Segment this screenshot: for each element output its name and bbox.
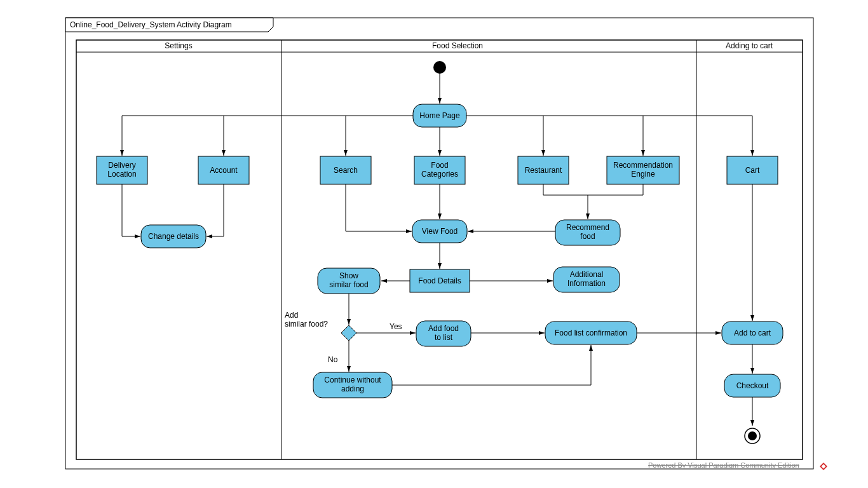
node-add-food-to-list: Add food to list xyxy=(416,321,471,346)
lane-adding-to-cart-header: Adding to cart xyxy=(726,41,773,50)
decision-label-line1: Add xyxy=(285,311,298,320)
svg-text:adding: adding xyxy=(341,384,364,393)
svg-text:Food list confirmation: Food list confirmation xyxy=(555,329,627,337)
label-yes: Yes xyxy=(390,322,402,331)
label-no: No xyxy=(328,355,338,364)
svg-text:Change details: Change details xyxy=(148,232,199,241)
decision-add-similar-food xyxy=(341,325,356,341)
node-recommend-food: Recommend food xyxy=(555,220,620,245)
node-change-details: Change details xyxy=(141,225,206,248)
svg-text:Add food: Add food xyxy=(428,324,459,333)
node-food-list-confirmation: Food list confirmation xyxy=(545,322,637,344)
initial-node xyxy=(433,61,446,74)
svg-text:Recommendation: Recommendation xyxy=(613,161,673,170)
node-food-details: Food Details xyxy=(410,269,470,292)
svg-text:Engine: Engine xyxy=(631,170,655,179)
diagram-title: Online_Food_Delivery_System Activity Dia… xyxy=(70,20,232,29)
svg-point-87 xyxy=(748,431,757,440)
svg-text:Checkout: Checkout xyxy=(736,381,769,390)
node-delivery-location: Delivery Location xyxy=(97,156,147,184)
node-search: Search xyxy=(320,156,371,184)
watermark-logo-icon xyxy=(820,463,827,470)
node-food-categories: Food Categories xyxy=(414,156,465,184)
svg-text:View Food: View Food xyxy=(422,227,458,236)
svg-text:Categories: Categories xyxy=(421,170,458,179)
svg-text:to list: to list xyxy=(435,333,453,342)
svg-text:food: food xyxy=(580,232,595,241)
activity-diagram: Online_Food_Delivery_System Activity Dia… xyxy=(0,0,868,488)
svg-text:Food: Food xyxy=(431,161,448,170)
svg-marker-64 xyxy=(341,325,356,341)
svg-text:Food Details: Food Details xyxy=(418,276,461,285)
diagram-title-tab: Online_Food_Delivery_System Activity Dia… xyxy=(65,18,273,32)
svg-text:Continue without: Continue without xyxy=(324,376,381,384)
svg-text:Delivery: Delivery xyxy=(108,161,135,170)
lane-settings-header: Settings xyxy=(165,41,192,50)
final-node xyxy=(745,428,760,444)
svg-text:Information: Information xyxy=(567,279,606,288)
node-view-food: View Food xyxy=(412,220,467,243)
node-recommendation-engine: Recommendation Engine xyxy=(607,156,679,184)
svg-text:Cart: Cart xyxy=(745,166,760,175)
node-add-to-cart: Add to cart xyxy=(722,322,783,344)
svg-text:Restaurant: Restaurant xyxy=(525,166,562,175)
node-cart: Cart xyxy=(727,156,778,184)
node-continue-without-adding: Continue without adding xyxy=(313,372,392,398)
svg-text:Location: Location xyxy=(107,170,136,179)
svg-text:Show: Show xyxy=(339,271,358,280)
svg-text:Search: Search xyxy=(334,166,358,175)
svg-text:Add to cart: Add to cart xyxy=(734,329,771,337)
node-restaurant: Restaurant xyxy=(518,156,569,184)
svg-text:similar food: similar food xyxy=(329,280,368,289)
lane-food-selection-header: Food Selection xyxy=(432,41,483,50)
node-additional-information: Additional Information xyxy=(553,267,620,292)
decision-label-line2: similar food? xyxy=(285,320,328,329)
node-home-page: Home Page xyxy=(413,104,466,127)
node-checkout: Checkout xyxy=(724,374,780,397)
node-account: Account xyxy=(198,156,249,184)
svg-text:Recommend: Recommend xyxy=(566,223,609,232)
watermark-text: Powered By Visual Paradigm Community Edi… xyxy=(648,461,799,469)
svg-text:Home Page: Home Page xyxy=(419,111,460,120)
svg-text:Additional: Additional xyxy=(570,270,604,279)
svg-text:Account: Account xyxy=(210,166,238,175)
node-show-similar-food: Show similar food xyxy=(318,268,380,294)
